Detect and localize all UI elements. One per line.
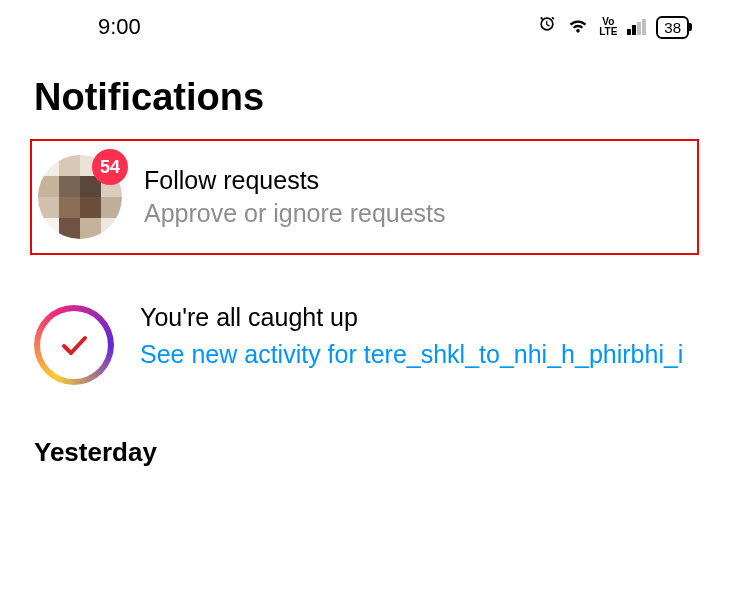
caught-up-row: You're all caught up See new activity fo… xyxy=(0,255,729,405)
caught-up-link-prefix: See new activity for xyxy=(140,340,364,368)
page-title: Notifications xyxy=(0,54,729,139)
status-time: 9:00 xyxy=(98,14,141,40)
follow-requests-subtitle: Approve or ignore requests xyxy=(144,199,446,228)
checkmark-icon xyxy=(54,325,94,365)
wifi-icon xyxy=(567,14,589,40)
follow-requests-badge: 54 xyxy=(92,149,128,185)
caught-up-icon xyxy=(34,305,114,385)
caught-up-texts: You're all caught up See new activity fo… xyxy=(140,301,683,374)
battery-percent: 38 xyxy=(664,19,681,36)
status-icons: Vo LTE 38 xyxy=(537,14,689,40)
caught-up-link[interactable]: See new activity for tere_shkl_to_nhi_h_… xyxy=(140,336,683,374)
section-header-yesterday: Yesterday xyxy=(0,405,729,468)
caught-up-title: You're all caught up xyxy=(140,303,683,332)
follow-requests-texts: Follow requests Approve or ignore reques… xyxy=(144,166,446,228)
caught-up-username: tere_shkl_to_nhi_h_phirbhi_i xyxy=(364,340,684,368)
signal-icon xyxy=(627,19,646,35)
status-bar: 9:00 Vo LTE 38 xyxy=(0,0,729,54)
follow-requests-avatar: 54 xyxy=(38,155,122,239)
follow-requests-title: Follow requests xyxy=(144,166,446,195)
follow-requests-row[interactable]: 54 Follow requests Approve or ignore req… xyxy=(30,139,699,255)
volte-label: Vo LTE xyxy=(599,17,617,37)
battery-indicator: 38 xyxy=(656,16,689,39)
alarm-icon xyxy=(537,14,557,40)
